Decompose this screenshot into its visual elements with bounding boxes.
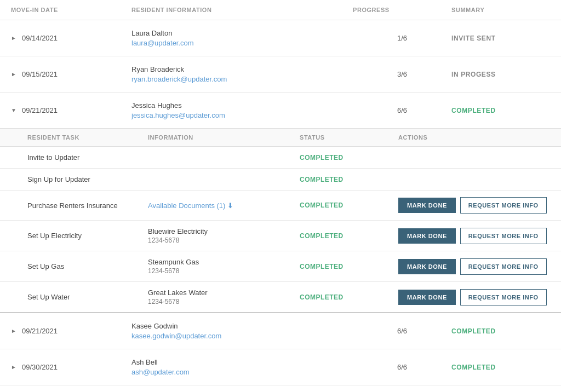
task-actions-4: MARK DONE REQUEST MORE INFO — [398, 258, 550, 275]
progress-r4: 6/6 — [353, 327, 451, 335]
task-status-4: COMPLETED — [300, 263, 398, 270]
resident-email-r5[interactable]: ash@updater.com — [131, 368, 190, 376]
move-in-date-r5: ► 09/30/2021 — [11, 363, 131, 371]
available-docs-link[interactable]: Available Documents (1) ⬇ — [148, 201, 233, 210]
resident-name-r1: Laura Dalton — [131, 29, 353, 37]
resident-info-r3: Jessica Hughes jessica.hughes@updater.co… — [131, 101, 353, 119]
task-actions-3: MARK DONE REQUEST MORE INFO — [398, 228, 550, 244]
header-resident-info: RESIDENT INFORMATION — [131, 7, 353, 13]
summary-r4: COMPLETED — [451, 327, 550, 335]
task-row-1: Sign Up for Updater COMPLETED — [0, 169, 561, 191]
sub-table-r3: RESIDENT TASK INFORMATION STATUS ACTIONS… — [0, 129, 561, 313]
resident-row-r2[interactable]: ► 09/15/2021 Ryan Broaderick ryan.broade… — [0, 56, 561, 93]
task-status-3: COMPLETED — [300, 232, 398, 240]
task-status-0: COMPLETED — [300, 154, 398, 162]
task-row-5: Set Up Water Great Lakes Water 1234-5678… — [0, 282, 561, 312]
sub-header-actions: ACTIONS — [398, 134, 550, 141]
mark-done-button-3[interactable]: MARK DONE — [398, 228, 456, 244]
task-row-4: Set Up Gas Steampunk Gas 1234-5678 COMPL… — [0, 251, 561, 282]
resident-name-r2: Ryan Broaderick — [131, 65, 353, 73]
request-info-button-4[interactable]: REQUEST MORE INFO — [460, 258, 547, 275]
summary-r1: INVITE SENT — [451, 34, 550, 42]
main-table: MOVE-IN DATE RESIDENT INFORMATION PROGRE… — [0, 0, 561, 392]
resident-name-r5: Ash Bell — [131, 358, 353, 366]
task-name-4: Set Up Gas — [27, 262, 148, 270]
chevron-right-icon-r1: ► — [11, 35, 18, 41]
progress-r5: 6/6 — [353, 363, 451, 371]
summary-r2: IN PROGESS — [451, 71, 550, 78]
chevron-right-icon-r4: ► — [11, 328, 18, 334]
header-summary: SUMMARY — [451, 7, 550, 13]
chevron-right-icon-r2: ► — [11, 71, 18, 77]
sub-table-header: RESIDENT TASK INFORMATION STATUS ACTIONS — [0, 129, 561, 147]
chevron-down-icon-r3: ▼ — [11, 107, 18, 113]
sub-header-info: INFORMATION — [148, 134, 300, 141]
resident-email-r1[interactable]: laura@updater.com — [131, 39, 194, 47]
mark-done-button-5[interactable]: MARK DONE — [398, 290, 456, 305]
task-info-4: Steampunk Gas 1234-5678 — [148, 258, 300, 275]
header-progress: PROGRESS — [353, 7, 451, 13]
resident-name-r4: Kasee Godwin — [131, 322, 353, 330]
resident-row-r5[interactable]: ► 09/30/2021 Ash Bell ash@updater.com 6/… — [0, 349, 561, 385]
move-in-date-r3: ▼ 09/21/2021 — [11, 106, 131, 114]
mark-done-button-4[interactable]: MARK DONE — [398, 259, 456, 274]
task-status-1: COMPLETED — [300, 176, 398, 183]
sub-header-status: STATUS — [300, 134, 398, 141]
progress-r3: 6/6 — [353, 106, 451, 114]
chevron-right-icon-r5: ► — [11, 364, 18, 370]
resident-email-r4[interactable]: kasee.godwin@updater.com — [131, 332, 221, 340]
task-row-0: Invite to Updater COMPLETED — [0, 147, 561, 169]
task-status-2: COMPLETED — [300, 201, 398, 209]
resident-info-r5: Ash Bell ash@updater.com — [131, 358, 353, 376]
request-info-button-5[interactable]: REQUEST MORE INFO — [460, 289, 547, 305]
task-name-3: Set Up Electricity — [27, 232, 148, 240]
task-name-1: Sign Up for Updater — [27, 175, 148, 183]
task-actions-5: MARK DONE REQUEST MORE INFO — [398, 289, 550, 305]
task-name-0: Invite to Updater — [27, 153, 148, 162]
resident-email-r3[interactable]: jessica.hughes@updater.com — [131, 111, 225, 119]
task-info-5: Great Lakes Water 1234-5678 — [148, 289, 300, 305]
main-table-header: MOVE-IN DATE RESIDENT INFORMATION PROGRE… — [0, 0, 561, 20]
resident-row-r1[interactable]: ► 09/14/2021 Laura Dalton laura@updater.… — [0, 20, 561, 56]
resident-row-r3[interactable]: ▼ 09/21/2021 Jessica Hughes jessica.hugh… — [0, 93, 561, 129]
move-in-date-r1: ► 09/14/2021 — [11, 34, 131, 42]
move-in-date-r4: ► 09/21/2021 — [11, 327, 131, 335]
progress-r2: 3/6 — [353, 70, 451, 78]
header-move-in-date: MOVE-IN DATE — [11, 7, 131, 13]
resident-name-r3: Jessica Hughes — [131, 101, 353, 109]
resident-info-r1: Laura Dalton laura@updater.com — [131, 29, 353, 47]
move-in-date-r2: ► 09/15/2021 — [11, 70, 131, 78]
task-info-3: Bluewire Electricity 1234-5678 — [148, 227, 300, 244]
task-row-2: Purchase Renters Insurance Available Doc… — [0, 191, 561, 221]
resident-email-r2[interactable]: ryan.broaderick@updater.com — [131, 75, 227, 83]
resident-info-r4: Kasee Godwin kasee.godwin@updater.com — [131, 322, 353, 340]
summary-r3: COMPLETED — [451, 107, 550, 114]
task-name-5: Set Up Water — [27, 293, 148, 301]
sub-header-task: RESIDENT TASK — [27, 134, 148, 141]
task-name-2: Purchase Renters Insurance — [27, 201, 148, 210]
task-status-5: COMPLETED — [300, 293, 398, 301]
progress-r1: 1/6 — [353, 34, 451, 42]
mark-done-button-2[interactable]: MARK DONE — [398, 198, 456, 213]
task-row-3: Set Up Electricity Bluewire Electricity … — [0, 221, 561, 251]
summary-r5: COMPLETED — [451, 364, 550, 371]
request-info-button-2[interactable]: REQUEST MORE INFO — [460, 197, 547, 214]
task-actions-2: MARK DONE REQUEST MORE INFO — [398, 197, 550, 214]
resident-info-r2: Ryan Broaderick ryan.broaderick@updater.… — [131, 65, 353, 83]
request-info-button-3[interactable]: REQUEST MORE INFO — [460, 228, 547, 244]
resident-row-r4[interactable]: ► 09/21/2021 Kasee Godwin kasee.godwin@u… — [0, 313, 561, 349]
task-info-2: Available Documents (1) ⬇ — [148, 201, 300, 210]
